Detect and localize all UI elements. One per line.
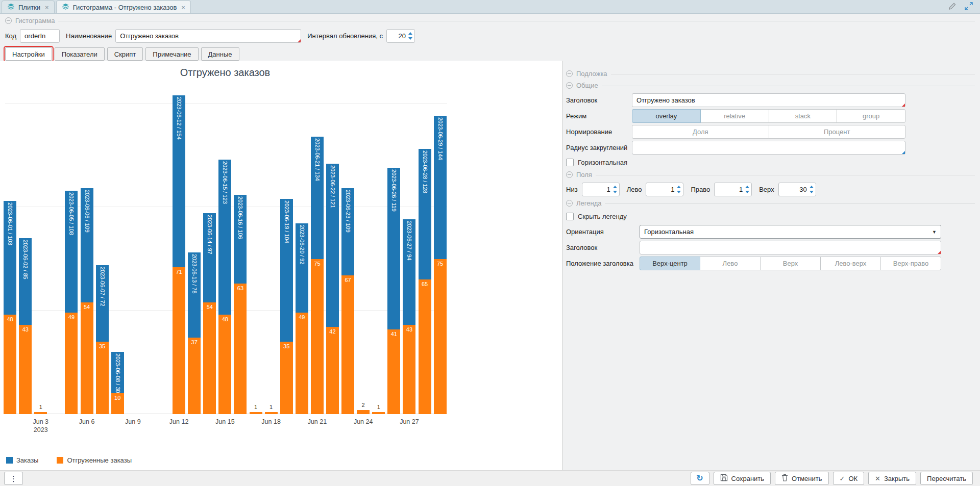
recalculate-button-label: Пересчитать: [927, 475, 966, 482]
save-button[interactable]: Сохранить: [714, 472, 771, 485]
collapse-icon[interactable]: [566, 82, 573, 89]
number-spinner[interactable]: [677, 186, 681, 193]
horizontal-checkbox[interactable]: [566, 159, 574, 166]
window-tabbar: Плитки × Гистограмма - Отгружено заказов…: [0, 0, 980, 14]
kebab-icon: ⋮: [10, 475, 17, 482]
bar-label: 2023-06-05 / 108: [65, 192, 78, 412]
x-tick-label: Jun 27: [391, 418, 427, 426]
interval-input[interactable]: 20: [386, 29, 415, 43]
segment-option[interactable]: Верх-центр: [640, 257, 700, 270]
window-tab-histogram[interactable]: Гистограмма - Отгружено заказов ×: [56, 1, 191, 13]
normalization-label: Нормирование: [566, 128, 632, 136]
legend-orientation-select[interactable]: Горизонтальная ▼: [640, 225, 941, 239]
bar-label: 2023-06-06 / 109: [81, 190, 93, 412]
trash-icon: [781, 474, 788, 483]
x-tick-label: Jun 15: [207, 418, 243, 426]
edit-pencil-icon[interactable]: [948, 2, 957, 12]
legend-label: Отгруженные заказы: [67, 456, 132, 464]
bar-shipped: [357, 410, 370, 414]
segment-option[interactable]: Верх-право: [880, 257, 941, 270]
segment-option[interactable]: relative: [700, 109, 769, 123]
chart-title-input[interactable]: [632, 93, 905, 107]
tab-close-icon[interactable]: ×: [181, 4, 185, 11]
collapse-icon[interactable]: [5, 17, 12, 24]
cancel-button[interactable]: Отменить: [775, 472, 828, 485]
settings-tab[interactable]: Примечание: [145, 47, 198, 61]
segment-option[interactable]: Лево-верх: [820, 257, 881, 270]
margin-right-input[interactable]: 1: [714, 183, 752, 196]
margin-right-label: Право: [691, 186, 710, 193]
close-button[interactable]: ✕ Закрыть: [868, 472, 916, 485]
group-label: Поля: [576, 171, 592, 178]
number-spinner[interactable]: [745, 186, 749, 193]
window-tab-tiles[interactable]: Плитки ×: [2, 1, 55, 13]
number-spinner[interactable]: [613, 186, 617, 193]
segment-option[interactable]: Верх: [760, 257, 821, 270]
margin-top-input[interactable]: 30: [778, 183, 816, 196]
number-spinner[interactable]: [408, 32, 412, 40]
radius-input[interactable]: [632, 141, 905, 155]
chevron-down-icon: ▼: [932, 229, 937, 235]
legend-label: Заказы: [16, 456, 38, 464]
ok-button[interactable]: ✓ ОК: [833, 472, 865, 485]
window-tab-label: Гистограмма - Отгружено заказов: [73, 4, 177, 11]
margin-top-value: 30: [799, 186, 806, 193]
refresh-button[interactable]: ↻: [691, 472, 709, 485]
expand-icon[interactable]: [965, 2, 973, 12]
group-label: Общие: [576, 82, 598, 89]
margin-bottom-input[interactable]: 1: [582, 183, 620, 196]
bar-label: 2023-06-19 / 104: [280, 200, 293, 412]
name-input[interactable]: [115, 29, 301, 43]
x-tick-label: Jun 9: [115, 418, 151, 426]
refresh-icon: ↻: [696, 474, 703, 482]
bar-label: 2023-06-02 / 85: [19, 240, 32, 412]
code-label: Код: [5, 32, 16, 40]
legend-item[interactable]: Отгруженные заказы: [57, 456, 132, 464]
collapse-icon[interactable]: [566, 200, 573, 207]
settings-tab[interactable]: Показатели: [55, 47, 105, 61]
more-menu-button[interactable]: ⋮: [4, 472, 23, 485]
shipped-value-label: 35: [96, 343, 109, 349]
settings-tab[interactable]: Скрипт: [107, 47, 143, 61]
radius-label: Радиус закруглений: [566, 144, 632, 151]
bar-value-label: 1: [263, 404, 279, 410]
recalculate-button[interactable]: Пересчитать: [920, 472, 973, 485]
hide-legend-checkbox[interactable]: [566, 213, 574, 220]
name-label: Наименование: [66, 32, 112, 40]
margin-bottom-value: 1: [606, 186, 610, 193]
x-tick-label: Jun 21: [299, 418, 335, 426]
gridline: [5, 103, 447, 104]
legend-title-input[interactable]: [640, 241, 941, 254]
bar-label: 2023-06-01 / 103: [4, 202, 16, 412]
legend-title-position-segments: Верх-центрЛевоВерхЛево-верхВерх-право: [640, 257, 941, 270]
bottom-bar: ⋮ ↻ Сохранить Отменить ✓ ОК ✕ Закрыть Пе…: [0, 470, 980, 486]
number-spinner[interactable]: [810, 186, 814, 193]
legend-item[interactable]: Заказы: [6, 456, 38, 464]
shipped-value-label: 49: [65, 314, 78, 320]
shipped-value-label: 54: [203, 304, 216, 310]
shipped-value-label: 67: [341, 277, 354, 283]
tab-close-icon[interactable]: ×: [45, 4, 49, 11]
bar-label: 2023-06-16 / 106: [234, 196, 247, 412]
close-x-icon: ✕: [875, 475, 880, 482]
x-tick-label: Jun 6: [69, 418, 105, 426]
margin-left-value: 1: [671, 186, 674, 193]
segment-option[interactable]: Процент: [769, 125, 906, 139]
shipped-value-label: 75: [434, 261, 447, 267]
collapse-icon[interactable]: [566, 171, 573, 178]
segment-option[interactable]: overlay: [632, 109, 701, 123]
segment-option[interactable]: Лево: [700, 257, 761, 270]
segment-option[interactable]: Доля: [632, 125, 769, 139]
collapse-icon[interactable]: [566, 70, 573, 77]
segment-option[interactable]: stack: [769, 109, 838, 123]
shipped-value-label: 48: [218, 316, 231, 322]
shipped-value-label: 63: [234, 285, 247, 291]
bar-label: 2023-06-14 / 97: [203, 215, 216, 412]
histogram-form: Гистограмма Код Наименование Интервал об…: [0, 14, 980, 46]
bar-label: 2023-06-21 / 134: [311, 138, 324, 412]
margin-left-input[interactable]: 1: [646, 183, 683, 196]
settings-tab[interactable]: Данные: [201, 47, 239, 61]
settings-tab[interactable]: Настройки: [5, 47, 52, 61]
segment-option[interactable]: group: [837, 109, 905, 123]
code-input[interactable]: [20, 29, 60, 43]
